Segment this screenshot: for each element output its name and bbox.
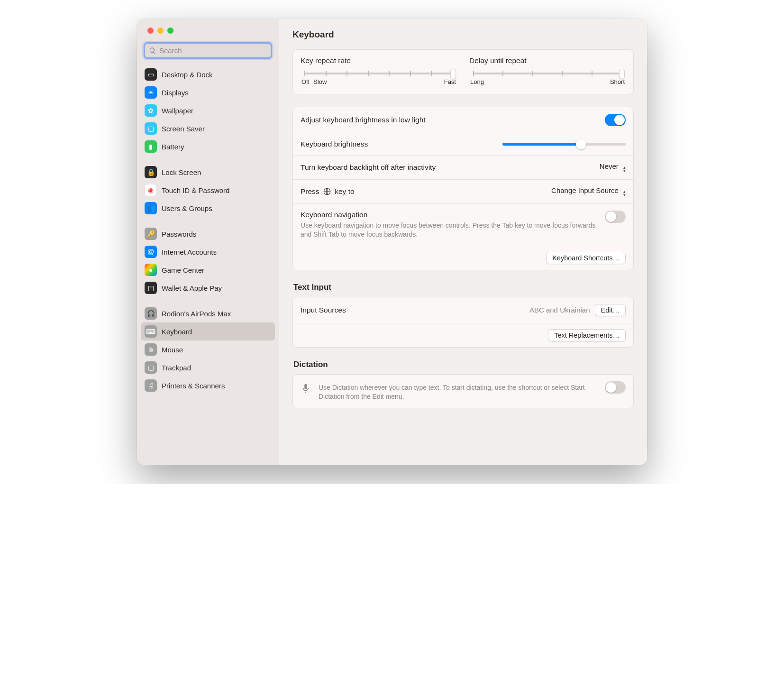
wallpaper-icon: ✿ [145,104,157,117]
delay-until-repeat-thumb[interactable] [619,69,625,79]
sidebar-item-label: Passwords [162,230,196,238]
label-long: Long [470,78,484,85]
sidebar-item-label: Rodion's AirPods Max [162,310,231,318]
sidebar-item-label: Displays [162,89,189,97]
search-input[interactable] [159,46,267,55]
battery-icon: ▮ [145,140,157,153]
press-globe-value: Change Input Source [551,186,619,194]
sidebar-item-internet-accounts[interactable]: @ Internet Accounts [141,243,275,261]
sidebar-item-users-groups[interactable]: 👥 Users & Groups [141,199,275,217]
lock-icon: 🔒 [145,166,157,178]
adjust-brightness-label: Adjust keyboard brightness in low light [301,116,600,124]
globe-icon [323,187,331,196]
sidebar-item-printers[interactable]: 🖨 Printers & Scanners [141,377,275,395]
minimize-window-button[interactable] [157,28,164,34]
sidebar-item-game-center[interactable]: ● Game Center [141,261,275,279]
sidebar: ▭ Desktop & Dock ☀ Displays ✿ Wallpaper … [137,19,279,465]
mouse-icon: 🖱 [145,343,157,356]
dictation-section-title: Dictation [293,360,633,369]
sidebar-item-label: Lock Screen [162,168,201,176]
sidebar-item-label: Screen Saver [162,125,205,133]
sidebar-item-label: Game Center [162,266,204,274]
zoom-window-button[interactable] [167,28,173,34]
sidebar-item-screen-saver[interactable]: ▢ Screen Saver [141,120,275,138]
label-slow: Slow [313,78,327,85]
sidebar-item-label: Keyboard [162,328,192,336]
input-sources-edit-button[interactable]: Edit… [595,304,626,316]
at-icon: @ [145,246,157,258]
close-window-button[interactable] [147,28,154,34]
sidebar-nav: ▭ Desktop & Dock ☀ Displays ✿ Wallpaper … [137,64,279,396]
trackpad-icon: ▢ [145,361,157,374]
key-repeat-rate-thumb[interactable] [450,69,456,79]
dictation-toggle[interactable] [605,381,626,394]
label-short: Short [610,78,625,85]
sidebar-item-label: Users & Groups [162,204,212,212]
printer-icon: 🖨 [145,379,157,392]
keyboard-shortcuts-button[interactable]: Keyboard Shortcuts… [546,252,626,264]
page-title: Keyboard [292,29,634,40]
desktop-dock-icon: ▭ [145,68,157,81]
chevron-up-down-icon: ▴▾ [623,166,626,173]
sidebar-item-battery[interactable]: ▮ Battery [141,138,275,156]
keyboard-brightness-thumb[interactable] [576,139,586,149]
sidebar-item-label: Wallet & Apple Pay [162,284,222,292]
wallet-icon: ▤ [145,282,157,294]
key-repeat-rate-label: Key repeat rate [301,56,457,65]
backlight-off-label: Turn keyboard backlight off after inacti… [301,163,595,172]
sidebar-item-label: Trackpad [162,364,191,372]
keyboard-icon: ⌨ [145,325,157,338]
delay-until-repeat-label: Delay until repeat [469,56,626,65]
sidebar-item-label: Touch ID & Password [162,186,229,194]
sidebar-item-label: Desktop & Dock [162,71,213,79]
sidebar-item-lock-screen[interactable]: 🔒 Lock Screen [141,163,275,181]
press-globe-select[interactable]: Change Input Source ▴▾ [551,186,626,197]
chevron-up-down-icon: ▴▾ [623,190,626,197]
sidebar-item-airpods[interactable]: 🎧 Rodion's AirPods Max [141,304,275,322]
label-off: Off [301,78,310,85]
label-fast: Fast [444,78,456,85]
adjust-brightness-toggle[interactable] [605,114,626,126]
dictation-card: Use Dictation wherever you can type text… [292,374,634,408]
press-globe-label: Press key to [301,187,547,196]
sidebar-item-touch-id[interactable]: ◉ Touch ID & Password [141,181,275,199]
window-controls [137,28,279,34]
screensaver-icon: ▢ [145,122,157,135]
keyboard-navigation-description: Use keyboard navigation to move focus be… [301,221,600,239]
displays-icon: ☀ [145,86,157,99]
keyboard-brightness-slider[interactable] [502,143,626,146]
search-field[interactable] [144,42,272,59]
gamecenter-icon: ● [145,264,157,276]
key-repeat-rate-slider[interactable]: Key repeat rate Off Slow Fast [301,56,457,85]
sidebar-item-label: Printers & Scanners [162,382,225,390]
sidebar-item-label: Battery [162,143,184,151]
keyboard-navigation-toggle[interactable] [605,211,626,223]
sidebar-item-label: Wallpaper [162,107,193,115]
sidebar-item-trackpad[interactable]: ▢ Trackpad [141,359,275,377]
sidebar-item-keyboard[interactable]: ⌨ Keyboard [141,322,275,340]
delay-until-repeat-slider[interactable]: Delay until repeat Long Short [469,56,626,85]
sidebar-item-label: Internet Accounts [162,248,217,256]
keyboard-navigation-label: Keyboard navigation [301,211,600,219]
keyboard-settings-card: Adjust keyboard brightness in low light … [292,107,634,270]
key-icon: 🔑 [145,228,157,240]
sidebar-item-wallet[interactable]: ▤ Wallet & Apple Pay [141,279,275,297]
text-replacements-button[interactable]: Text Replacements… [548,329,626,341]
backlight-off-select[interactable]: Never ▴▾ [600,162,626,173]
microphone-icon [301,382,311,395]
sidebar-item-desktop-dock[interactable]: ▭ Desktop & Dock [141,65,275,83]
search-icon [149,47,156,55]
sidebar-item-mouse[interactable]: 🖱 Mouse [141,340,275,359]
sidebar-item-displays[interactable]: ☀ Displays [141,83,275,101]
sidebar-item-wallpaper[interactable]: ✿ Wallpaper [141,101,275,120]
sidebar-item-passwords[interactable]: 🔑 Passwords [141,225,275,243]
backlight-off-value: Never [600,162,619,170]
sidebar-item-label: Mouse [162,346,183,354]
input-sources-label: Input Sources [301,306,525,314]
keyboard-brightness-label: Keyboard brightness [301,140,498,148]
input-sources-value: ABC and Ukrainian [529,306,590,314]
main-content: Keyboard Key repeat rate Off Slow Fast [279,19,647,465]
headphones-icon: 🎧 [145,307,157,320]
text-input-card: Input Sources ABC and Ukrainian Edit… Te… [292,297,634,348]
fingerprint-icon: ◉ [145,184,157,196]
